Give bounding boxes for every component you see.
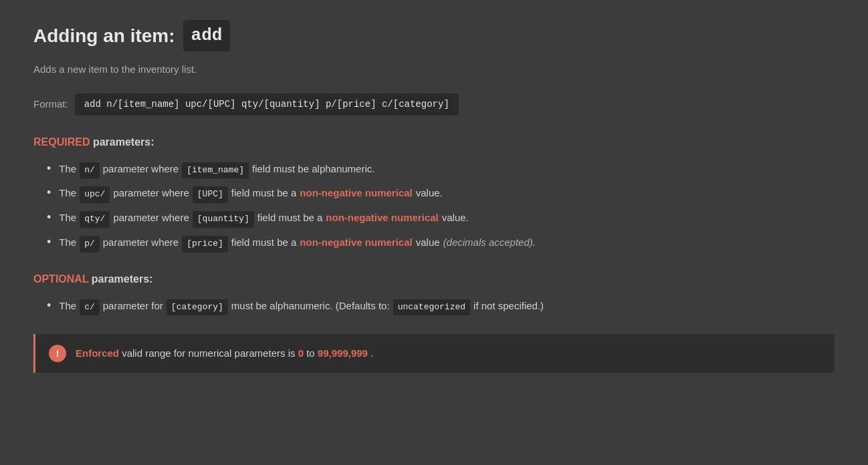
param-default-val: uncategorized <box>393 299 470 316</box>
notice-box: ! Enforced valid range for numerical par… <box>33 334 835 373</box>
param-suffix: field must be alphanumeric. <box>252 161 374 177</box>
param-where: parameter where <box>103 235 179 251</box>
list-item: • The upc/ parameter where [UPC] field m… <box>47 185 835 203</box>
optional-label: OPTIONAL <box>33 273 88 285</box>
param-field-qty: [quantity] <box>193 211 254 228</box>
param-field-item-name: [item_name] <box>182 162 249 179</box>
param-the: The <box>59 210 76 226</box>
param-italic: (decimals accepted). <box>443 235 536 251</box>
param-code-n: n/ <box>80 162 100 179</box>
param-content: The c/ parameter for [category] must be … <box>59 298 544 316</box>
param-field-upc: [UPC] <box>193 186 228 203</box>
list-item: • The p/ parameter where [price] field m… <box>47 235 835 253</box>
param-highlight: non-negative numerical <box>300 185 412 201</box>
list-item: • The qty/ parameter where [quantity] fi… <box>47 210 835 228</box>
notice-text: Enforced valid range for numerical param… <box>76 346 373 361</box>
param-field-text: field must be a <box>257 210 323 226</box>
bullet-icon: • <box>47 299 51 311</box>
optional-params-text: parameters: <box>88 273 152 285</box>
page-title: Adding an item: add <box>33 20 835 51</box>
param-the: The <box>59 235 76 251</box>
notice-value2: 99,999,999 <box>318 347 368 359</box>
param-code-qty: qty/ <box>80 211 110 228</box>
list-item: • The n/ parameter where [item_name] fie… <box>47 161 835 179</box>
param-the: The <box>59 298 76 314</box>
required-label: REQUIRED <box>33 136 90 148</box>
param-code-p: p/ <box>80 236 100 253</box>
param-where: parameter where <box>113 185 189 201</box>
param-field-price: [price] <box>182 236 228 253</box>
param-where: parameter where <box>113 210 189 226</box>
param-content: The n/ parameter where [item_name] field… <box>59 161 374 179</box>
param-highlight: non-negative numerical <box>326 210 438 226</box>
param-field-category: [category] <box>167 299 228 316</box>
notice-value1: 0 <box>298 347 304 359</box>
bullet-icon: • <box>47 162 51 174</box>
notice-period: . <box>370 347 373 359</box>
param-the: The <box>59 161 76 177</box>
param-content: The qty/ parameter where [quantity] fiel… <box>59 210 468 228</box>
param-where: parameter where <box>103 161 179 177</box>
param-field-text: field must be a <box>231 235 297 251</box>
param-for: parameter for <box>103 298 163 314</box>
param-highlight: non-negative numerical <box>300 235 412 251</box>
param-value: value. <box>442 210 469 226</box>
format-line: Format: add n/[item_name] upc/[UPC] qty/… <box>33 94 835 116</box>
param-value: value <box>416 235 440 251</box>
param-field-text: field must be a <box>231 185 297 201</box>
notice-middle: valid range for numerical parameters is <box>122 347 298 359</box>
format-label: Format: <box>33 97 68 112</box>
bullet-icon: • <box>47 211 51 223</box>
optional-param-list: • The c/ parameter for [category] must b… <box>33 298 835 316</box>
param-code-upc: upc/ <box>80 186 110 203</box>
param-code-c: c/ <box>80 299 100 316</box>
notice-enforced: Enforced <box>76 347 119 359</box>
format-code: add n/[item_name] upc/[UPC] qty/[quantit… <box>75 94 459 116</box>
required-params-text: parameters: <box>90 136 154 148</box>
title-text: Adding an item: <box>33 22 175 50</box>
required-param-list: • The n/ parameter where [item_name] fie… <box>33 161 835 253</box>
bullet-icon: • <box>47 236 51 248</box>
required-section-heading: REQUIRED parameters: <box>33 134 835 150</box>
notice-icon: ! <box>49 345 66 362</box>
param-content: The p/ parameter where [price] field mus… <box>59 235 536 253</box>
title-code: add <box>183 20 231 51</box>
notice-between: to <box>306 347 318 359</box>
param-the: The <box>59 185 76 201</box>
bullet-icon: • <box>47 186 51 198</box>
param-must-be: must be alphanumeric. (Defaults to: <box>231 298 390 314</box>
param-content: The upc/ parameter where [UPC] field mus… <box>59 185 442 203</box>
param-not-specified: if not specified.) <box>473 298 544 314</box>
optional-section-heading: OPTIONAL parameters: <box>33 271 835 287</box>
page-subtitle: Adds a new item to the inventory list. <box>33 62 835 78</box>
param-value: value. <box>416 185 443 201</box>
list-item: • The c/ parameter for [category] must b… <box>47 298 835 316</box>
